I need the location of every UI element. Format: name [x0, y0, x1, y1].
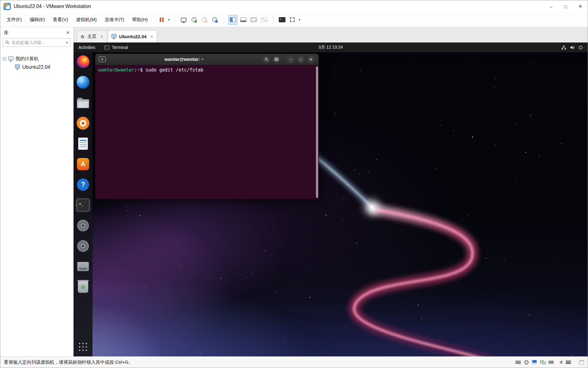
activities-button[interactable]: Activities — [74, 45, 100, 50]
guest-screen: Activities >_ Terminal 3月 12 13:24 — [74, 42, 588, 356]
menu-tabs[interactable]: 选项卡(T) — [101, 15, 128, 25]
virtual-console-button[interactable]: >_ — [278, 15, 287, 25]
take-snapshot-button[interactable] — [190, 15, 199, 25]
new-tab-button[interactable] — [99, 57, 106, 62]
content-area: 主页 ✕ Ubuntu22.04 ✕ Activities >_ Termina… — [74, 27, 588, 356]
fullscreen-dropdown-caret[interactable]: ▾ — [298, 18, 301, 21]
suspend-button[interactable] — [157, 15, 166, 25]
trash-icon: ♻ — [78, 281, 88, 293]
search-icon — [265, 57, 268, 61]
terminal-mini-icon: >_ — [104, 46, 109, 50]
files-icon — [77, 99, 89, 108]
system-status-area[interactable] — [561, 45, 588, 50]
terminal-titlebar: wamtar@wamtar: ~ – □ ✕ — [95, 54, 319, 65]
network-icon — [561, 46, 566, 50]
toolbar-separator — [273, 16, 273, 24]
terminal-menu-button[interactable] — [273, 56, 280, 63]
take-snapshot-icon — [191, 17, 197, 22]
terminal-prompt-line: wamtar@wamtar:~$sudo gedit /etc/fstab — [98, 67, 316, 74]
ubuntu-software-icon: A — [77, 158, 89, 170]
dock-item-terminal[interactable]: >_ — [76, 198, 90, 212]
library-search-input[interactable] — [12, 40, 64, 45]
fullscreen-icon — [290, 17, 295, 22]
usb-status-icon[interactable] — [549, 361, 554, 364]
dock-item-cdrom-1[interactable] — [76, 219, 90, 233]
thumbnail-bar-icon — [240, 17, 246, 22]
dock-item-files[interactable] — [76, 96, 90, 110]
tab-close-icon[interactable]: ✕ — [100, 35, 103, 39]
maximize-button[interactable]: □ — [558, 0, 573, 13]
send-ctrl-alt-del-button[interactable] — [179, 15, 188, 25]
tree-expander-icon[interactable] — [3, 57, 6, 61]
terminal-close-button[interactable]: ✕ — [307, 56, 315, 63]
window-titlebar: Ubuntu22.04 - VMware Workstation – □ ✕ — [0, 0, 588, 13]
tab-home[interactable]: 主页 ✕ — [77, 30, 107, 42]
home-icon — [80, 35, 85, 39]
cdrom-status-icon[interactable] — [524, 360, 529, 365]
revert-snapshot-button[interactable] — [200, 15, 209, 25]
terminal-icon: >_ — [77, 199, 89, 211]
floppy-status-icon[interactable] — [532, 360, 537, 365]
clock[interactable]: 3月 12 13:24 — [318, 45, 343, 50]
library-title: 库 — [4, 30, 9, 36]
library-search: ▾ — [3, 38, 71, 47]
menu-file[interactable]: 文件(F) — [3, 15, 26, 25]
search-dropdown-caret[interactable]: ▾ — [66, 41, 68, 44]
terminal-maximize-button[interactable]: □ — [297, 56, 305, 63]
tab-bar: 主页 ✕ Ubuntu22.04 ✕ — [74, 27, 588, 42]
network-status-icon[interactable] — [540, 360, 546, 364]
gnome-top-bar: Activities >_ Terminal 3月 12 13:24 — [74, 42, 588, 52]
dock-item-app-grid[interactable] — [76, 340, 90, 354]
dock-item-help[interactable]: ? — [76, 178, 90, 192]
tree-item-my-computer[interactable]: 我的计算机 — [3, 55, 71, 63]
dock-item-libreoffice-writer[interactable] — [76, 137, 90, 151]
tab-close-icon[interactable]: ✕ — [150, 35, 153, 39]
dock-item-rhythmbox[interactable] — [76, 116, 90, 130]
toggle-thumbnail-bar-button[interactable] — [239, 15, 248, 25]
minimize-button[interactable]: – — [544, 0, 558, 13]
tab-ubuntu-vm[interactable]: Ubuntu22.04 ✕ — [108, 30, 157, 42]
free-stretch-button[interactable] — [260, 15, 269, 25]
printer-status-icon[interactable] — [566, 360, 571, 364]
message-log-icon[interactable] — [579, 360, 584, 364]
fit-guest-button[interactable] — [249, 15, 258, 25]
menu-help[interactable]: 帮助(H) — [128, 15, 152, 25]
terminal-scrollbar[interactable] — [316, 66, 318, 198]
dock-item-drive[interactable] — [76, 259, 90, 274]
close-button[interactable]: ✕ — [573, 0, 588, 13]
dock-item-cdrom-2[interactable] — [76, 239, 90, 253]
sound-status-icon[interactable] — [557, 360, 562, 364]
menu-view[interactable]: 查看(V) — [49, 15, 72, 25]
device-status-icons — [515, 360, 584, 365]
vmware-logo-icon — [3, 3, 11, 10]
toolbar-separator — [224, 16, 224, 24]
focused-app-label: Terminal — [112, 45, 128, 50]
terminal-body[interactable]: wamtar@wamtar:~$sudo gedit /etc/fstab — [95, 65, 319, 199]
dock: A ? >_ ♻ — [74, 52, 93, 356]
library-tree: 我的计算机 Ubuntu22.04 — [0, 55, 73, 71]
dock-item-ubuntu-software[interactable]: A — [76, 157, 90, 171]
terminal-search-button[interactable] — [263, 56, 270, 63]
cdrom-icon — [77, 220, 89, 231]
monitor-icon — [181, 18, 187, 22]
dock-item-thunderbird[interactable] — [76, 75, 90, 89]
tree-item-ubuntu-vm[interactable]: Ubuntu22.04 — [3, 63, 71, 71]
hard-disk-status-icon[interactable] — [515, 360, 521, 364]
console-icon: >_ — [279, 17, 285, 22]
toggle-library-button[interactable] — [228, 15, 238, 25]
terminal-window-actions: – □ ✕ — [263, 56, 319, 63]
suspend-dropdown-caret[interactable]: ▾ — [168, 18, 170, 21]
tab-label: 主页 — [87, 34, 96, 39]
library-close-icon[interactable]: ✕ — [66, 30, 70, 35]
menu-vm[interactable]: 虚拟机(M) — [72, 15, 101, 25]
dock-item-firefox[interactable] — [76, 55, 90, 69]
fullscreen-button[interactable] — [288, 15, 297, 25]
dock-item-trash[interactable]: ♻ — [76, 280, 90, 294]
snapshot-manager-button[interactable] — [210, 15, 220, 25]
focused-app-menu[interactable]: >_ Terminal — [104, 45, 128, 50]
search-icon — [5, 40, 9, 45]
terminal-minimize-button[interactable]: – — [287, 56, 295, 63]
menu-edit[interactable]: 编辑(E) — [26, 15, 49, 25]
power-icon — [579, 45, 583, 50]
app-grid-icon — [79, 343, 87, 351]
